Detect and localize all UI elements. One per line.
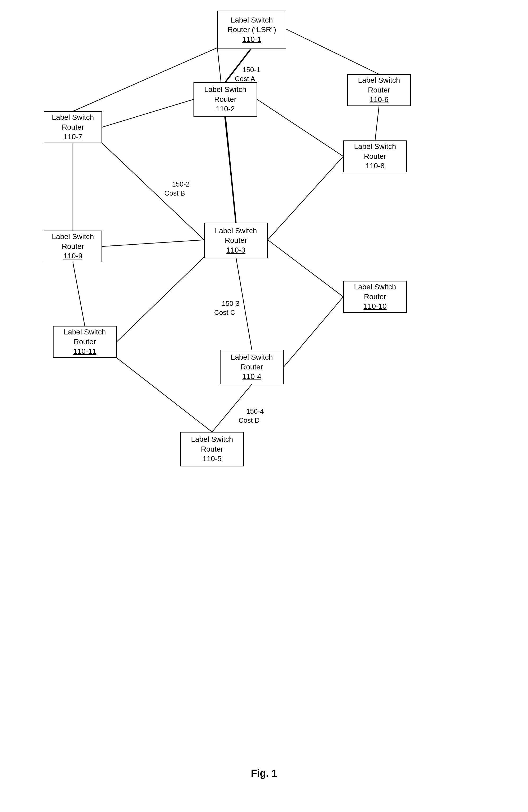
svg-line-3 <box>217 48 236 222</box>
node-110-8: Label Switch Router 110-8 <box>343 141 407 172</box>
node-110-1-line2: Router (“LSR”) <box>227 25 276 34</box>
node-110-9-line1: Label Switch <box>52 232 94 242</box>
node-110-11: Label Switch Router 110-11 <box>53 326 117 358</box>
node-110-6-id: 110-6 <box>370 95 389 104</box>
node-110-4-id: 110-4 <box>242 372 261 381</box>
edge-label-150-1: 150-1 Cost A <box>235 56 260 92</box>
node-110-4-line1: Label Switch <box>231 352 273 362</box>
svg-line-17 <box>117 358 212 432</box>
node-110-3-id: 110-3 <box>226 245 245 255</box>
node-110-11-id: 110-11 <box>73 347 96 356</box>
svg-line-13 <box>268 240 343 297</box>
node-110-10-id: 110-10 <box>363 302 386 311</box>
node-110-5: Label Switch Router 110-5 <box>180 432 244 466</box>
figure-caption: Fig. 1 <box>0 768 528 779</box>
svg-line-12 <box>73 262 85 326</box>
node-110-3-line1: Label Switch <box>215 226 257 236</box>
node-110-5-id: 110-5 <box>202 454 222 464</box>
edge-label-150-2: 150-2 Cost B <box>164 171 189 207</box>
node-110-3-line2: Router <box>225 236 247 245</box>
node-110-4-line2: Router <box>241 362 263 372</box>
node-110-6-line2: Router <box>368 85 390 95</box>
node-110-11-line1: Label Switch <box>64 327 106 337</box>
svg-line-16 <box>284 297 343 367</box>
node-110-8-line2: Router <box>364 151 386 161</box>
node-110-10-line2: Router <box>364 292 386 302</box>
node-110-8-id: 110-8 <box>366 161 385 171</box>
node-110-1: Label Switch Router (“LSR”) 110-1 <box>217 11 286 49</box>
edge-label-150-4: 150-4 Cost D <box>239 398 264 434</box>
node-110-2-line2: Router <box>214 95 237 104</box>
svg-line-11 <box>102 240 204 246</box>
node-110-6-line1: Label Switch <box>358 75 400 85</box>
node-110-8-line1: Label Switch <box>354 142 396 151</box>
node-110-10: Label Switch Router 110-10 <box>343 281 407 313</box>
node-110-11-line2: Router <box>74 337 96 347</box>
node-110-7: Label Switch Router 110-7 <box>44 111 102 143</box>
edge-label-150-3: 150-3 Cost C <box>214 290 239 326</box>
node-110-7-line1: Label Switch <box>52 113 94 122</box>
node-110-5-line1: Label Switch <box>191 435 233 444</box>
node-110-5-line2: Router <box>201 445 223 454</box>
svg-line-4 <box>102 99 194 127</box>
node-110-3: Label Switch Router 110-3 <box>204 222 268 258</box>
node-110-4: Label Switch Router 110-4 <box>220 350 284 384</box>
node-110-9-id: 110-9 <box>63 251 83 261</box>
node-110-9-line2: Router <box>62 242 84 251</box>
node-110-2-id: 110-2 <box>216 104 235 114</box>
node-110-9: Label Switch Router 110-9 <box>44 231 102 262</box>
node-110-1-line1: Label Switch <box>231 15 273 25</box>
node-110-7-line2: Router <box>62 122 84 132</box>
diagram: Label Switch Router (“LSR”) 110-1 Label … <box>0 0 528 795</box>
svg-line-10 <box>268 156 343 240</box>
svg-line-6 <box>257 99 343 156</box>
node-110-10-line1: Label Switch <box>354 282 396 292</box>
node-110-7-id: 110-7 <box>63 132 83 142</box>
node-110-6: Label Switch Router 110-6 <box>347 74 411 106</box>
node-110-1-id: 110-1 <box>242 35 261 44</box>
svg-line-15 <box>117 257 204 342</box>
svg-line-7 <box>375 106 379 141</box>
svg-line-5 <box>225 117 236 222</box>
svg-line-2 <box>286 29 379 74</box>
